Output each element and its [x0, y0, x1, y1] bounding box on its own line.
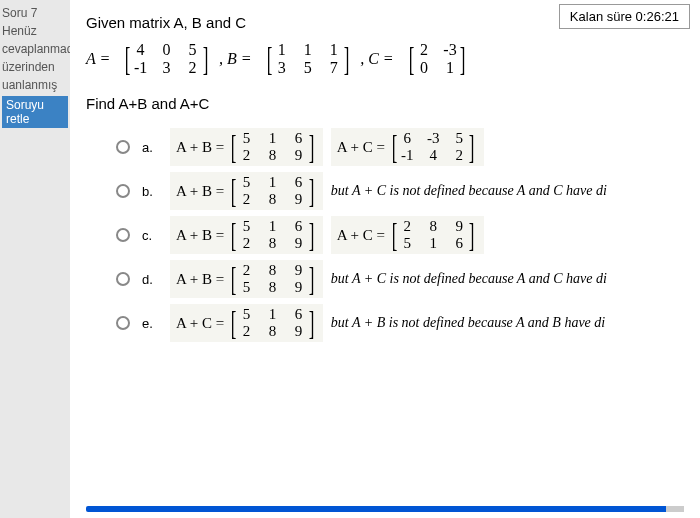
matrix-c-label: , C =: [360, 50, 393, 68]
question-find: Find A+B and A+C: [86, 95, 684, 112]
radio-e[interactable]: [116, 316, 130, 330]
option-b-explain: but A + C is not defined because A and C…: [331, 183, 607, 199]
option-d[interactable]: d. A + B = [ 289 589 ] but A + C is not …: [116, 260, 684, 298]
option-d-explain: but A + C is not defined because A and C…: [331, 271, 607, 287]
option-e-explain: but A + B is not defined because A and B…: [331, 315, 605, 331]
matrix-b-label: , B =: [219, 50, 252, 68]
main-content: Kalan süre 0:26:21 Given matrix A, B and…: [70, 0, 700, 518]
options-list: a. A + B = [ 516 289 ] A + C = [ 6-35 -1…: [116, 128, 684, 342]
matrix-c: [ 2-3 01 ]: [406, 41, 469, 77]
sidebar-item: üzerinden: [2, 58, 68, 76]
option-d-label: d.: [142, 272, 158, 287]
matrix-definitions: A = [ 405 -132 ] , B = [ 111 357 ] , C =: [86, 41, 684, 77]
option-a[interactable]: a. A + B = [ 516 289 ] A + C = [ 6-35 -1…: [116, 128, 684, 166]
matrix-b: [ 111 357 ]: [264, 41, 353, 77]
sidebar-item-flag-question[interactable]: Soruyu retle: [2, 96, 68, 128]
radio-b[interactable]: [116, 184, 130, 198]
sidebar-item-question-num: Soru 7: [2, 4, 68, 22]
sidebar-item: uanlanmış: [2, 76, 68, 94]
progress-bar: [86, 506, 684, 512]
timer-label: Kalan süre 0:26:21: [559, 4, 690, 29]
radio-d[interactable]: [116, 272, 130, 286]
radio-c[interactable]: [116, 228, 130, 242]
option-e[interactable]: e. A + C = [ 516 289 ] but A + B is not …: [116, 304, 684, 342]
option-c[interactable]: c. A + B = [ 516 289 ] A + C = [ 289 516: [116, 216, 684, 254]
option-b[interactable]: b. A + B = [ 516 289 ] but A + C is not …: [116, 172, 684, 210]
option-b-label: b.: [142, 184, 158, 199]
sidebar-item: Henüz: [2, 22, 68, 40]
option-c-label: c.: [142, 228, 158, 243]
sidebar-item: cevaplanmadı: [2, 40, 68, 58]
radio-a[interactable]: [116, 140, 130, 154]
option-a-label: a.: [142, 140, 158, 155]
sidebar: Soru 7 Henüz cevaplanmadı üzerinden uanl…: [0, 0, 70, 518]
option-e-label: e.: [142, 316, 158, 331]
matrix-a: [ 405 -132 ]: [122, 41, 211, 77]
matrix-a-label: A =: [86, 50, 110, 68]
